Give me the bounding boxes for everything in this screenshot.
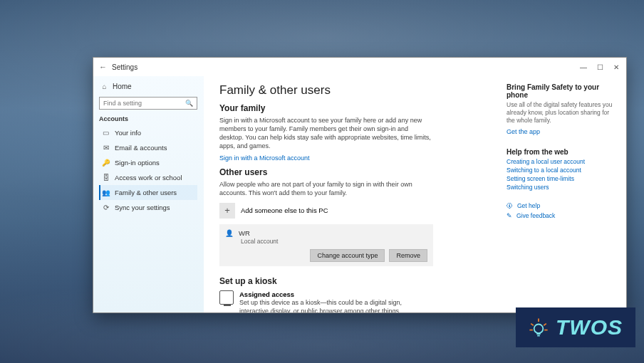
kiosk-row[interactable]: Assigned access Set up this device as a … (219, 290, 494, 312)
your-family-body: Sign in with a Microsoft account to see … (219, 116, 433, 151)
home-nav[interactable]: ⌂ Home (99, 80, 197, 95)
get-help-label: Get help (517, 202, 540, 209)
search-input[interactable]: Find a setting 🔍 (99, 97, 197, 110)
kiosk-item-title: Assigned access (239, 290, 425, 298)
sidebar-section-label: Accounts (99, 115, 197, 122)
back-button[interactable]: ← (99, 63, 112, 71)
titlebar: ← Settings — ☐ ✕ (93, 58, 626, 76)
window-title: Settings (112, 63, 580, 71)
sidebar-item-email-accounts[interactable]: ✉ Email & accounts (99, 140, 197, 155)
web-link-switching-users[interactable]: Switching users (507, 184, 613, 191)
remove-user-button[interactable]: Remove (389, 249, 427, 262)
kiosk-heading: Set up a kiosk (219, 276, 494, 286)
sidebar-item-sync[interactable]: ⟳ Sync your settings (99, 200, 197, 215)
search-icon: 🔍 (185, 100, 193, 107)
feedback-icon: ✎ (507, 212, 512, 219)
user-name: WR (239, 229, 250, 237)
user-card[interactable]: 👤 WR Local account Change account type R… (219, 224, 433, 266)
mail-icon: ✉ (102, 144, 110, 152)
settings-window: ← Settings — ☐ ✕ ⌂ Home Find a setting 🔍… (93, 57, 627, 313)
watermark-text: TWOS (556, 315, 623, 340)
other-users-heading: Other users (219, 167, 494, 177)
signin-ms-account-link[interactable]: Sign in with a Microsoft account (219, 154, 494, 162)
search-placeholder: Find a setting (103, 100, 142, 107)
promo-body: Use all of the digital safety features y… (507, 101, 613, 125)
web-help-title: Help from the web (507, 148, 613, 156)
promo-title: Bring Family Safety to your phone (507, 83, 613, 99)
web-link-switch-local[interactable]: Switching to a local account (507, 167, 613, 174)
home-label: Home (113, 83, 132, 90)
sidebar-item-signin-options[interactable]: 🔑 Sign-in options (99, 155, 197, 170)
help-icon: 🛈 (507, 202, 513, 209)
maximize-button[interactable]: ☐ (597, 63, 603, 71)
other-users-body: Allow people who are not part of your fa… (219, 180, 433, 197)
add-user-row[interactable]: + Add someone else to this PC (219, 203, 494, 219)
briefcase-icon: 🗄 (102, 174, 110, 182)
home-icon: ⌂ (100, 83, 108, 90)
kiosk-item-body: Set up this device as a kiosk—this could… (239, 298, 425, 312)
feedback-label: Give feedback (516, 212, 555, 219)
sidebar-item-label: Access work or school (115, 174, 182, 182)
family-icon: 👥 (102, 189, 110, 196)
web-link-create-local[interactable]: Creating a local user account (507, 158, 613, 165)
plus-icon: + (219, 203, 235, 219)
get-help-link[interactable]: 🛈 Get help (507, 202, 613, 209)
your-family-heading: Your family (219, 103, 494, 113)
sidebar: ⌂ Home Find a setting 🔍 Accounts ▭ Your … (93, 76, 204, 312)
main-content: Family & other users Your family Sign in… (204, 76, 507, 312)
sidebar-item-label: Your info (115, 129, 141, 137)
sidebar-item-label: Family & other users (115, 189, 177, 196)
right-pane: Bring Family Safety to your phone Use al… (507, 76, 626, 312)
bulb-icon (526, 315, 551, 340)
change-account-type-button[interactable]: Change account type (310, 249, 385, 262)
sync-icon: ⟳ (102, 204, 110, 211)
sidebar-item-family-users[interactable]: 👥 Family & other users (99, 185, 197, 200)
key-icon: 🔑 (102, 159, 110, 167)
sidebar-item-label: Sign-in options (115, 159, 160, 167)
user-account-type: Local account (241, 238, 427, 245)
watermark-badge: TWOS (516, 307, 635, 347)
close-button[interactable]: ✕ (613, 63, 619, 71)
person-icon: 👤 (225, 229, 233, 237)
person-card-icon: ▭ (102, 129, 110, 137)
svg-point-0 (534, 325, 544, 334)
add-user-label: Add someone else to this PC (241, 206, 328, 214)
sidebar-item-your-info[interactable]: ▭ Your info (99, 125, 197, 140)
sidebar-item-label: Sync your settings (115, 204, 170, 211)
kiosk-icon (219, 290, 234, 305)
page-title: Family & other users (219, 83, 494, 98)
give-feedback-link[interactable]: ✎ Give feedback (507, 212, 613, 219)
sidebar-item-work-school[interactable]: 🗄 Access work or school (99, 170, 197, 185)
minimize-button[interactable]: — (580, 63, 587, 71)
web-link-time-limits[interactable]: Setting screen time-limits (507, 175, 613, 182)
get-app-link[interactable]: Get the app (507, 128, 613, 135)
sidebar-item-label: Email & accounts (115, 144, 167, 152)
